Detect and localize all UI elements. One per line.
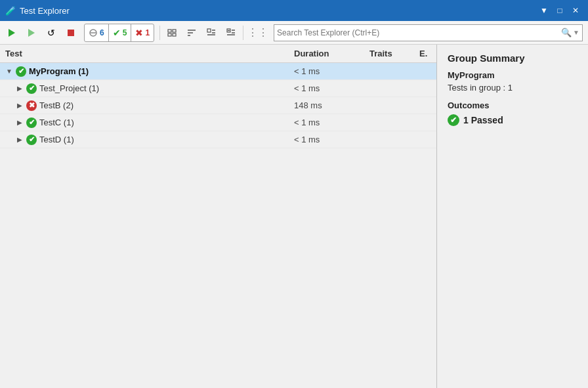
row-duration: < 1 ms xyxy=(289,133,364,146)
search-icon: 🔍 xyxy=(561,28,572,37)
pass-filter-button[interactable]: ✔ 5 xyxy=(109,24,132,41)
status-icon-fail: ✖ xyxy=(26,100,37,111)
row-e xyxy=(417,121,436,124)
search-area[interactable]: 🔍 ▼ xyxy=(274,24,583,41)
status-icon-pass: ✔ xyxy=(26,135,37,145)
right-panel: Group Summary MyProgram Tests in group :… xyxy=(437,45,588,388)
row-duration: < 1 ms xyxy=(289,65,364,77)
svg-rect-12 xyxy=(207,29,211,32)
row-e xyxy=(417,104,436,107)
table-row[interactable]: ▶ ✖ TestB (2) 148 ms xyxy=(0,97,436,114)
row-traits xyxy=(364,139,417,141)
table-row[interactable]: ▶ ✔ TestD (1) < 1 ms xyxy=(0,131,436,148)
outcomes-label: Outcomes xyxy=(448,100,578,110)
row-test-cell: ▶ ✖ TestB (2) xyxy=(0,99,289,112)
minimize-button[interactable]: ▼ xyxy=(537,3,551,18)
svg-rect-6 xyxy=(173,30,176,32)
row-traits xyxy=(364,104,417,107)
group-summary-title: Group Summary xyxy=(448,53,578,64)
title-bar-controls: ▼ □ ✕ xyxy=(537,3,583,18)
search-dropdown-icon[interactable]: ▼ xyxy=(573,29,579,36)
test-name: Test_Project (1) xyxy=(39,83,99,93)
summary-program: MyProgram xyxy=(448,70,578,80)
col-traits-header: Traits xyxy=(364,46,417,61)
row-traits xyxy=(364,70,417,73)
col-duration-header: Duration xyxy=(289,46,364,61)
expand-arrow[interactable]: ▶ xyxy=(16,119,24,127)
all-count: 6 xyxy=(100,28,104,37)
search-input[interactable] xyxy=(277,28,561,37)
stop-button[interactable] xyxy=(62,24,80,42)
col-e-header: E. xyxy=(417,46,436,61)
close-button[interactable]: ✕ xyxy=(568,3,583,18)
row-duration: < 1 ms xyxy=(289,82,364,95)
row-duration: < 1 ms xyxy=(289,116,364,129)
restore-button[interactable]: □ xyxy=(553,3,567,18)
run-all-button[interactable] xyxy=(3,24,21,42)
outcome-pass-icon: ✔ xyxy=(448,114,459,126)
row-test-cell: ▶ ✔ Test_Project (1) xyxy=(0,82,289,95)
col-test-header: Test xyxy=(0,46,289,61)
table-row[interactable]: ▼ ✔ MyProgram (1) < 1 ms xyxy=(0,63,436,80)
status-icon-pass: ✔ xyxy=(16,66,26,77)
row-e xyxy=(417,70,436,73)
expand-arrow[interactable]: ▶ xyxy=(16,102,24,110)
title-bar-icon: 🧪 xyxy=(5,6,16,16)
title-bar-title: Test Explorer xyxy=(20,6,70,16)
more-icon: ⋮⋮ xyxy=(246,26,270,39)
row-test-cell: ▼ ✔ MyProgram (1) xyxy=(0,65,289,78)
test-list: ▼ ✔ MyProgram (1) < 1 ms ▶ ✔ Test_Projec… xyxy=(0,63,436,388)
expand-arrow[interactable]: ▶ xyxy=(16,85,24,93)
row-traits xyxy=(364,121,417,124)
status-icon-pass: ✔ xyxy=(26,83,37,94)
test-name: MyProgram (1) xyxy=(29,66,89,76)
test-name: TestC (1) xyxy=(39,118,74,127)
row-test-cell: ▶ ✔ TestD (1) xyxy=(0,133,289,146)
title-bar-left: 🧪 Test Explorer xyxy=(5,6,70,16)
sort-button[interactable] xyxy=(182,24,201,42)
table-row[interactable]: ▶ ✔ TestC (1) < 1 ms xyxy=(0,114,436,131)
collapse-button[interactable] xyxy=(222,24,240,42)
test-name: TestD (1) xyxy=(39,135,74,144)
svg-marker-0 xyxy=(9,29,15,37)
row-e xyxy=(417,87,436,90)
svg-rect-7 xyxy=(168,33,171,36)
test-header: Test Duration Traits E. xyxy=(0,45,436,63)
expand-button[interactable] xyxy=(202,24,220,42)
row-traits xyxy=(364,87,417,90)
all-tests-button[interactable]: 6 xyxy=(85,24,109,41)
table-row[interactable]: ▶ ✔ Test_Project (1) < 1 ms xyxy=(0,80,436,97)
title-bar: 🧪 Test Explorer ▼ □ ✕ xyxy=(0,0,588,21)
outcome-item: ✔ 1 Passed xyxy=(448,114,578,126)
outcome-passed-label: 1 Passed xyxy=(463,115,503,125)
fail-filter-button[interactable]: ✖ 1 xyxy=(131,24,154,41)
svg-rect-8 xyxy=(173,33,176,36)
summary-tests: Tests in group : 1 xyxy=(448,83,578,93)
toolbar: ↺ 6 ✔ 5 ✖ 1 xyxy=(0,21,588,45)
separator-2 xyxy=(243,26,243,40)
test-name: TestB (2) xyxy=(39,100,74,110)
status-icon-pass: ✔ xyxy=(26,118,37,128)
run-selected-button[interactable] xyxy=(22,24,41,42)
filter-group: 6 ✔ 5 ✖ 1 xyxy=(84,24,154,42)
row-e xyxy=(417,139,436,141)
pass-count: 5 xyxy=(123,28,127,37)
main-area: Test Duration Traits E. ▼ ✔ MyProgram (1… xyxy=(0,45,588,388)
svg-marker-1 xyxy=(28,29,35,37)
svg-rect-2 xyxy=(68,30,74,36)
row-duration: 148 ms xyxy=(289,99,364,112)
fail-count: 1 xyxy=(145,28,150,37)
expand-arrow[interactable]: ▼ xyxy=(5,68,13,75)
row-test-cell: ▶ ✔ TestC (1) xyxy=(0,116,289,129)
group-button[interactable] xyxy=(163,24,181,42)
svg-rect-5 xyxy=(168,30,171,32)
test-panel: Test Duration Traits E. ▼ ✔ MyProgram (1… xyxy=(0,45,437,388)
separator-1 xyxy=(159,26,160,40)
rerun-button[interactable]: ↺ xyxy=(42,24,60,42)
expand-arrow[interactable]: ▶ xyxy=(16,136,24,144)
